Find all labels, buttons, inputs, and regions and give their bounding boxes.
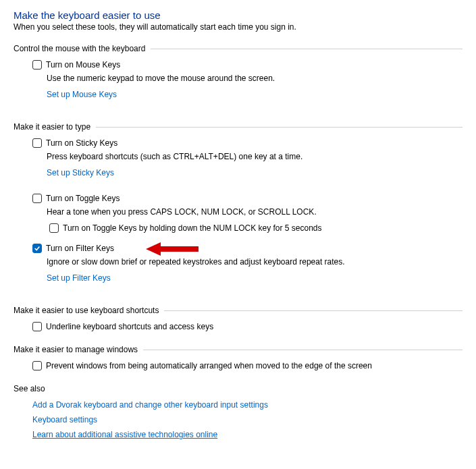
annotation-arrow-icon: [146, 241, 200, 257]
prevent-arrange-label: Prevent windows from being automatically…: [46, 361, 372, 370]
toggle-keys-hold-option[interactable]: Turn on Toggle Keys by holding down the …: [49, 223, 462, 233]
section-shortcuts: Make it easier to use keyboard shortcuts…: [14, 306, 462, 331]
sticky-keys-label: Turn on Sticky Keys: [46, 138, 117, 148]
setup-filter-keys-link[interactable]: Set up Filter Keys: [47, 273, 111, 283]
mouse-keys-option[interactable]: Turn on Mouse Keys: [32, 60, 462, 70]
filter-keys-desc: Ignore or slow down brief or repeated ke…: [47, 257, 462, 267]
check-icon: [34, 245, 41, 252]
underline-shortcuts-label: Underline keyboard shortcuts and access …: [46, 322, 213, 331]
section-windows-title: Make it easier to manage windows: [14, 345, 143, 354]
see-also-links: Add a Dvorak keyboard and change other k…: [32, 400, 462, 439]
toggle-keys-label: Turn on Toggle Keys: [46, 194, 120, 203]
sticky-keys-checkbox[interactable]: [32, 138, 42, 148]
section-shortcuts-title: Make it easier to use keyboard shortcuts: [14, 306, 164, 315]
toggle-keys-desc: Hear a tone when you press CAPS LOCK, NU…: [47, 207, 462, 217]
filter-keys-label: Turn on Filter Keys: [46, 244, 114, 253]
prevent-arrange-option[interactable]: Prevent windows from being automatically…: [32, 361, 462, 370]
underline-shortcuts-checkbox[interactable]: [32, 322, 42, 331]
toggle-keys-hold-label: Turn on Toggle Keys by holding down the …: [63, 223, 322, 233]
section-mouse: Control the mouse with the keyboard Turn…: [14, 44, 462, 109]
setup-mouse-keys-link[interactable]: Set up Mouse Keys: [47, 90, 117, 99]
sticky-keys-option[interactable]: Turn on Sticky Keys: [32, 138, 462, 148]
section-mouse-title: Control the mouse with the keyboard: [14, 44, 151, 53]
toggle-keys-hold-checkbox[interactable]: [49, 223, 59, 233]
sticky-keys-desc: Press keyboard shortcuts (such as CTRL+A…: [47, 152, 462, 161]
see-also-title: See also: [14, 384, 462, 393]
section-type-title: Make it easier to type: [14, 122, 96, 132]
divider: [143, 350, 462, 350]
underline-shortcuts-option[interactable]: Underline keyboard shortcuts and access …: [32, 322, 462, 331]
section-windows: Make it easier to manage windows Prevent…: [14, 345, 462, 370]
page-subtitle: When you select these tools, they will a…: [14, 22, 462, 32]
svg-marker-0: [146, 242, 199, 256]
mouse-keys-checkbox[interactable]: [32, 60, 42, 70]
filter-keys-checkbox[interactable]: [32, 244, 42, 253]
divider: [96, 127, 462, 128]
setup-sticky-keys-link[interactable]: Set up Sticky Keys: [47, 168, 114, 177]
divider: [151, 49, 462, 49]
page-title: Make the keyboard easier to use: [14, 9, 462, 21]
mouse-keys-desc: Use the numeric keypad to move the mouse…: [47, 74, 462, 83]
prevent-arrange-checkbox[interactable]: [32, 361, 42, 370]
divider: [164, 310, 462, 311]
mouse-keys-label: Turn on Mouse Keys: [46, 60, 120, 70]
toggle-keys-option[interactable]: Turn on Toggle Keys: [32, 194, 462, 203]
toggle-keys-checkbox[interactable]: [32, 194, 42, 203]
section-type: Make it easier to type Turn on Sticky Ke…: [14, 122, 462, 292]
assistive-tech-link[interactable]: Learn about additional assistive technol…: [32, 430, 462, 439]
dvorak-link[interactable]: Add a Dvorak keyboard and change other k…: [32, 400, 462, 410]
filter-keys-option[interactable]: Turn on Filter Keys: [32, 244, 462, 253]
keyboard-settings-link[interactable]: Keyboard settings: [32, 415, 462, 424]
